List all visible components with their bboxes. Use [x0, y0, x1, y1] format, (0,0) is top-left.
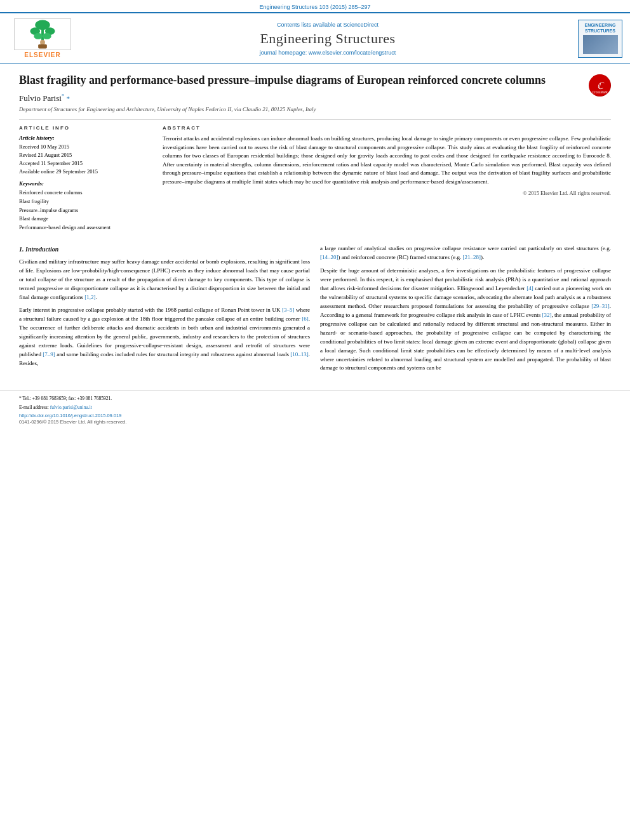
journal-logo-text: ENGINEERING STRUCTURES	[584, 23, 615, 34]
main-col-left: 1. Introduction Civilian and military in…	[19, 244, 310, 377]
crossmark-icon[interactable]: ℂ CrossMark	[589, 74, 611, 97]
article-abstract: ABSTRACT Terrorist attacks and accidenta…	[163, 125, 611, 232]
article-section: ℂ CrossMark Blast fragility and performa…	[0, 64, 630, 238]
svg-point-5	[34, 33, 43, 39]
ref-32[interactable]: [32]	[542, 312, 552, 318]
journal-name: Engineering Structures	[90, 30, 565, 47]
svg-rect-8	[38, 44, 47, 49]
elsevier-text: ELSEVIER	[24, 51, 60, 58]
footer-issn: 0141-0296/© 2015 Elsevier Ltd. All right…	[19, 419, 611, 425]
contents-line: Contents lists available at ScienceDirec…	[90, 22, 565, 28]
svg-point-7	[40, 40, 45, 45]
intro-para-2: Early interest in progressive collapse p…	[19, 306, 310, 368]
received-date: Received 10 May 2015	[19, 143, 152, 151]
main-col-right: a large number of analytical studies on …	[320, 244, 611, 377]
right-para-2: Despite the huge amount of deterministic…	[320, 267, 611, 373]
journal-logo-right: ENGINEERING STRUCTURES	[578, 20, 622, 58]
section-heading: 1. Introduction	[19, 244, 310, 255]
ref-3-5[interactable]: [3–5]	[282, 307, 295, 313]
article-info-abstract: ARTICLE INFO Article history: Received 1…	[19, 125, 611, 232]
main-content: 1. Introduction Civilian and military in…	[0, 238, 630, 383]
author-name: Fulvio Parisi* *	[19, 93, 611, 103]
keyword-1: Reinforced concrete columns	[19, 189, 152, 197]
keyword-2: Blast fragility	[19, 197, 152, 206]
keyword-4: Blast damage	[19, 215, 152, 223]
journal-header: ELSEVIER Contents lists available at Sci…	[0, 12, 630, 64]
footer-section: * Tel.: +39 081 7683659; fax: +39 081 76…	[0, 390, 630, 430]
journal-title-center: Contents lists available at ScienceDirec…	[77, 22, 578, 56]
svg-point-6	[43, 33, 51, 39]
affiliation: Department of Structures for Engineering…	[19, 105, 611, 114]
ref-6[interactable]: [6]	[302, 316, 309, 322]
journal-logo-image	[583, 35, 618, 54]
crossmark-badge[interactable]: ℂ CrossMark	[589, 74, 611, 97]
revised-date: Revised 21 August 2015	[19, 151, 152, 159]
keyword-3: Pressure–impulse diagrams	[19, 206, 152, 215]
right-para-1: a large number of analytical studies on …	[320, 244, 611, 262]
keywords-list: Reinforced concrete columns Blast fragil…	[19, 189, 152, 232]
copyright-line: © 2015 Elsevier Ltd. All rights reserved…	[163, 190, 611, 196]
svg-text:CrossMark: CrossMark	[592, 90, 608, 94]
elsevier-logo-image	[14, 18, 71, 50]
footer-email: E-mail address: fulvio.parisi@unina.it	[19, 404, 611, 411]
abstract-label: ABSTRACT	[163, 125, 611, 131]
article-title: Blast fragility and performance-based pr…	[19, 73, 611, 88]
journal-homepage: journal homepage: www.elsevier.com/locat…	[90, 50, 565, 56]
ref-7-9[interactable]: [7–9]	[43, 351, 55, 357]
intro-para-1: Civilian and military infrastructure may…	[19, 258, 310, 302]
abstract-text: Terrorist attacks and accidental explosi…	[163, 135, 611, 186]
elsevier-logo: ELSEVIER	[8, 18, 77, 58]
main-two-columns: 1. Introduction Civilian and military in…	[19, 244, 611, 377]
journal-reference: Engineering Structures 103 (2015) 285–29…	[0, 0, 630, 12]
article-info: ARTICLE INFO Article history: Received 1…	[19, 125, 152, 232]
article-info-label: ARTICLE INFO	[19, 125, 152, 131]
keywords-label: Keywords:	[19, 180, 152, 187]
ref-10-13[interactable]: [10–13]	[290, 351, 309, 357]
ref-14-20[interactable]: [14–20]	[320, 254, 338, 260]
ref-21-28[interactable]: [21–28]	[462, 254, 481, 260]
ref-4[interactable]: [4]	[526, 285, 533, 291]
divider	[19, 119, 611, 120]
available-date: Available online 29 September 2015	[19, 168, 152, 176]
accepted-date: Accepted 11 September 2015	[19, 159, 152, 168]
author-sup: *	[62, 93, 65, 99]
footer-doi[interactable]: http://dx.doi.org/10.1016/j.engstruct.20…	[19, 413, 611, 418]
ref-29-31[interactable]: [29–31]	[591, 303, 610, 309]
ref-1-2[interactable]: [1,2]	[84, 294, 95, 300]
history-label: Article history:	[19, 135, 152, 141]
keyword-5: Performance-based design and assessment	[19, 223, 152, 232]
email-link[interactable]: fulvio.parisi@unina.it	[50, 404, 92, 410]
footer-contact: * Tel.: +39 081 7683659; fax: +39 081 76…	[19, 396, 611, 403]
